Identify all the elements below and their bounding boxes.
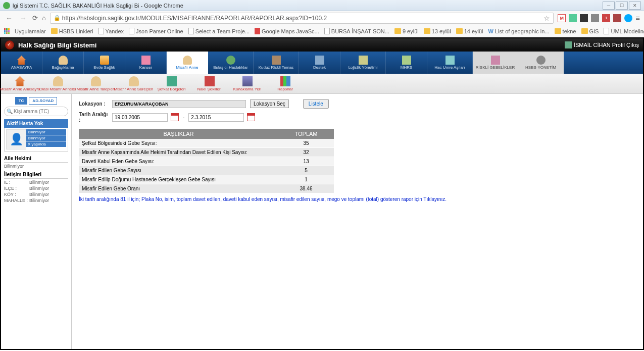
back-button[interactable]: ← [4,14,14,22]
patient-search-input[interactable] [4,107,68,116]
ext-icon-4[interactable]: 1 [602,14,610,22]
bookmark-item[interactable]: 14 eylül [456,28,483,34]
patient-line: X yaşında [26,141,66,147]
ilce-value: Bilinmiyor [29,186,49,191]
ext-icon-1[interactable] [569,14,577,22]
listele-button[interactable]: Listele [303,99,329,109]
house-heart-icon [100,56,109,65]
reload-button[interactable]: ⟳ [32,14,38,22]
patient-header: Aktif Hasta Yok [4,119,68,128]
forward-button[interactable]: → [18,14,28,22]
shield-icon [167,76,177,86]
lock-icon: 🔒 [54,15,61,21]
lokasyon-sec-button[interactable]: Lokasyon Seç [250,99,289,108]
file-icon [98,28,104,34]
date-to-input[interactable] [188,113,244,122]
nav-evde-saglik[interactable]: Evde Sağlık [84,52,125,74]
table-row: Misafir Anne Kapsamında Aile Hekimi Tara… [79,148,334,157]
iletisim-title: İletişim Bilgileri [4,172,68,179]
bookmark-item[interactable]: HSBS Linkleri [51,28,93,34]
ext-icon-3[interactable] [591,14,599,22]
virus-icon [226,56,235,65]
home-button[interactable]: ⌂ [42,14,46,22]
main-nav: ANASAYFA Bağışıklama Evde Sağlık Kanser … [1,52,643,74]
nav-anasayfa[interactable]: ANASAYFA [1,52,42,74]
ad-soyad-tab[interactable]: AD-SOYAD [29,97,57,105]
file-icon [129,28,134,34]
bookmark-item[interactable]: GIS [581,28,599,34]
calendar-icon[interactable] [247,113,255,121]
nav-misafir-anne[interactable]: Misafir Anne [167,52,208,74]
bookmark-item[interactable]: Yandex [98,28,124,34]
col-toplam: TOPLAM [278,129,334,139]
bookmark-item[interactable]: Google Maps JavaSc... [255,28,319,34]
url-bar[interactable]: 🔒 ☆ [50,13,554,24]
bookmark-star-icon[interactable]: ☆ [543,14,550,22]
calendar-icon[interactable] [171,113,179,121]
bookmark-item[interactable]: 9 eylül [394,28,419,34]
subnav-sefkat[interactable]: Şefkat Bölgeleri [153,74,190,93]
nav-kanser[interactable]: Kanser [125,52,167,74]
person-icon [59,56,68,65]
gmail-icon[interactable]: M [558,14,566,22]
ext-icon-5[interactable] [613,14,621,22]
subnav-nakil[interactable]: Nakil Şekilleri [190,74,228,93]
apps-grid-icon[interactable] [4,28,10,34]
skype-icon[interactable] [624,14,632,22]
bookmarks-bar: Uygulamalar HSBS Linkleri Yandex Json Pa… [0,25,644,37]
nav-bulasici[interactable]: Bulaşıcı Hastalıklar [208,52,254,74]
bookmark-item[interactable]: 13 eylül [424,28,451,34]
bookmark-item[interactable]: UML Modeling Soft... [604,28,644,34]
nav-destek[interactable]: Destek [299,52,340,74]
ext-icon-2[interactable] [580,14,588,22]
subnav-talepleri[interactable]: Misafir Anne Talepleri [77,74,115,93]
user-badge[interactable]: İSMAİL CİHAN Profil Çıkış [565,41,639,48]
report-table: BAŞLIKLAR TOPLAM Şefkat Bölgesindeki Geb… [79,129,334,193]
bookmark-item[interactable]: Select a Team Proje... [188,28,250,34]
nav-lojistik[interactable]: Lojistik Yönetimi [340,52,386,74]
extension-icons: M 1 ≡ [558,14,640,22]
bookmark-item[interactable]: Uygulamalar [15,28,46,34]
il-value: Bilinmiyor [29,180,49,185]
window-maximize-button[interactable]: ☐ [616,2,628,10]
subnav-konaklama[interactable]: Konaklama Yeri [228,74,266,93]
main-panel: Lokasyon : Lokasyon Seç Listele Tarih Ar… [72,94,643,349]
syringe-icon [445,56,455,65]
nav-riskli-gebelik[interactable]: RİSKLİ GEBELİKLER [473,52,518,74]
date-from-input[interactable] [112,113,168,122]
subnav-anasayfa[interactable]: Misafir Anne Anasayfa [1,74,39,93]
pregnancy-icon [491,56,500,65]
file-icon [604,28,609,34]
subnav-raporlar[interactable]: Raporlar [266,74,304,93]
nav-hac-umre[interactable]: Hac Umre Aşıları [427,52,473,74]
nav-hsbs-yonetim[interactable]: HSBS-YÖNETİM [518,52,564,74]
table-row: Şefkat Bölgesindeki Gebe Sayısı:35 [79,139,334,148]
nav-kuduz[interactable]: Kuduz Riskli Temas [254,52,299,74]
il-label: İL : [4,180,29,185]
detail-report-link[interactable]: İki tarih aralığında 81 il için; Plaka N… [79,196,636,202]
file-icon [255,28,260,34]
bookmark-item[interactable]: tekne [555,28,576,34]
subnav-surecleri[interactable]: Misafir Anne Süreçleri [115,74,153,93]
browser-navbar: ← → ⟳ ⌂ 🔒 ☆ M 1 ≡ [0,11,644,25]
subnav-olasi[interactable]: Olasi Misafir Anneler [39,74,77,93]
lokasyon-input[interactable] [112,100,246,108]
app-title: Halk Sağlığı Bilgi Sistemi [18,41,565,49]
folder-icon [424,28,430,34]
col-basliklar: BAŞLIKLAR [79,129,278,139]
bookmark-item[interactable]: BURSA İNŞAAT SON... [324,28,389,34]
table-row: Misafir Edilen Gebe Oranı38.46 [79,184,334,193]
menu-icon[interactable]: ≡ [635,14,640,22]
nav-bagisiklama[interactable]: Bağışıklama [42,52,84,74]
url-input[interactable] [62,15,543,22]
window-close-button[interactable]: ✕ [629,2,641,10]
window-minimize-button[interactable]: ─ [603,2,615,10]
table-row: Daveti Kabul Eden Gebe Sayısı:13 [79,157,334,166]
folder-icon [51,28,58,34]
bookmark-item[interactable]: WList of geographic in... [488,28,550,34]
koy-label: KÖY : [4,192,29,197]
sub-nav: Misafir Anne Anasayfa Olasi Misafir Anne… [1,74,643,94]
tc-tab[interactable]: TC [15,97,28,105]
bookmark-item[interactable]: Json Parser Online [129,28,183,34]
nav-mhrs[interactable]: MHRS [386,52,427,74]
